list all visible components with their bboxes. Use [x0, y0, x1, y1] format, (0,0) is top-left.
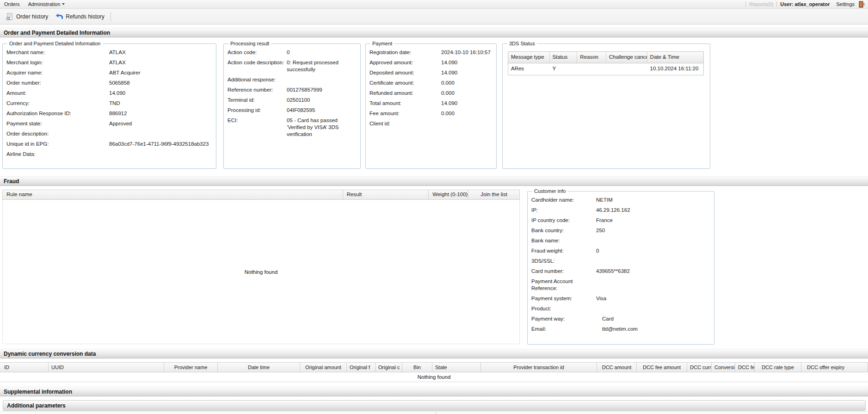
field-value: 0: Request processed successfully — [287, 59, 357, 73]
field-label: Currency: — [6, 100, 109, 107]
field-row: Additional response: — [228, 76, 357, 83]
field-value: Card — [596, 315, 710, 322]
field-value: 02501100 — [287, 97, 357, 104]
field-label: Certificate amount: — [369, 80, 441, 87]
menu-bar: Orders Administration Reports(0) User: a… — [0, 0, 868, 9]
supplemental-section-title: Supplemental information — [4, 389, 72, 395]
dcc-table: ID UUID Provider name Date time Original… — [0, 362, 868, 382]
dcc-column-header[interactable]: ID — [0, 363, 49, 372]
field-value: 14.090 — [109, 90, 212, 97]
order-history-button[interactable]: LE Order history — [2, 11, 52, 22]
additional-parameters-table-partial — [0, 411, 868, 414]
dcc-column-header[interactable]: Bin — [402, 363, 432, 372]
fraud-column-header[interactable]: Join the list — [468, 190, 519, 199]
field-row: Bank country: 250 — [531, 227, 710, 234]
refunds-history-button[interactable]: Refunds history — [52, 11, 108, 22]
field-label: Bank name: — [531, 237, 596, 244]
order-info-fieldset: Order and Payment Detailed Information M… — [2, 41, 216, 169]
tds-status-row[interactable]: ARes Y 10.10.2024 16:11:20 — [508, 63, 703, 75]
tds-status-header-row: Message type Status Reason Challenge can… — [508, 52, 703, 63]
fraud-column-header[interactable]: Rule name — [3, 190, 343, 199]
additional-parameters-bar: Additional parameters — [3, 400, 866, 411]
dcc-column-header[interactable]: Conversi — [712, 363, 735, 372]
field-row: ECI: 05 - Card has passed ‘Verified by V… — [228, 117, 357, 138]
dcc-column-header[interactable]: Original amount — [300, 363, 347, 372]
field-label: Authorization Response ID: — [6, 110, 109, 117]
field-value: 14.090 — [441, 59, 492, 66]
order-history-label: Order history — [16, 13, 48, 20]
tds-status-column-header[interactable]: Status — [550, 52, 578, 63]
menu-separator — [745, 1, 746, 7]
field-value: 886912 — [109, 110, 212, 117]
customer-info-fieldset: Customer info Cardholder name: NETIM IP:… — [527, 188, 714, 345]
field-row: Merchant name: ATLAX — [6, 49, 212, 56]
fraud-column-header[interactable]: Weight (0-100) — [429, 190, 468, 199]
reports-menu-label[interactable]: Reports(0) — [749, 1, 773, 7]
field-label: ECI: — [228, 117, 287, 124]
field-label: Payment system: — [531, 295, 596, 302]
dcc-column-header[interactable]: UUID — [49, 363, 164, 372]
field-row: Acquirer name: ABT Acquirer — [6, 69, 212, 76]
dcc-column-header[interactable]: State — [432, 363, 481, 372]
logout-icon[interactable] — [858, 1, 865, 8]
dcc-column-header[interactable]: Provider transaction id — [481, 363, 597, 372]
menu-item-orders[interactable]: Orders — [0, 0, 24, 8]
field-row: Payment Account Reference: — [531, 278, 710, 292]
order-info-fields: Merchant name: ATLAX Merchant login: ATL… — [6, 49, 212, 158]
field-row: Fraud weight: 0 — [531, 247, 710, 254]
menu-item-administration[interactable]: Administration — [24, 0, 69, 8]
field-value: 0.000 — [441, 80, 492, 87]
customer-info-fields: Cardholder name: NETIM IP: 46.29.126.162… — [531, 197, 710, 333]
tds-status-column-header[interactable]: Message type — [508, 52, 550, 63]
payment-fields: Registration date: 2024-10-10 16:10:57 A… — [369, 49, 492, 127]
field-value: 0 — [287, 49, 357, 56]
svg-text:LE: LE — [7, 18, 10, 20]
dcc-column-header[interactable]: DCC offer expiry — [801, 363, 868, 372]
tds-status-column-header[interactable]: Challenge cancel — [606, 52, 647, 63]
field-row: Fee amount: 0.000 — [369, 110, 492, 117]
field-row: Deposited amount: 14.090 — [369, 69, 492, 76]
field-row: Currency: TND — [6, 100, 212, 107]
dcc-section-bar: Dynamic currency conversion data — [0, 349, 868, 358]
menu-item-settings[interactable]: Settings — [836, 1, 855, 7]
field-row: Payment system: Visa — [531, 295, 710, 302]
dcc-column-header[interactable]: DCC curr — [687, 363, 712, 372]
field-label: Acquirer name: — [6, 69, 109, 76]
tds-status-column-header[interactable]: Reason — [577, 52, 606, 63]
tds-cell-reason — [577, 63, 606, 75]
dcc-column-header[interactable]: DCC fee — [735, 363, 755, 372]
field-value: 0 — [596, 247, 710, 254]
menu-bar-right: Reports(0) User: atlax_operator Settings — [742, 0, 868, 8]
field-label: Merchant name: — [6, 49, 109, 56]
order-info-legend: Order and Payment Detailed Information — [7, 41, 103, 46]
dcc-column-header[interactable]: DCC rate type — [755, 363, 801, 372]
document-list-icon: LE — [6, 13, 13, 20]
dcc-column-header[interactable]: DCC amount — [597, 363, 637, 372]
payment-fieldset: Payment Registration date: 2024-10-10 16… — [365, 41, 497, 169]
field-value: 2024-10-10 16:10:57 — [441, 49, 492, 56]
field-row: Card number: 439655**6382 — [531, 268, 710, 275]
dcc-column-header[interactable]: Original c — [376, 363, 402, 372]
field-value: 05 - Card has passed ‘Verified by VISA’ … — [287, 117, 357, 138]
field-label: 3DS/SSL: — [531, 258, 596, 265]
field-row: Action code: 0 — [228, 49, 357, 56]
customer-info-legend: Customer info — [532, 188, 567, 194]
field-row: Product: — [531, 305, 710, 312]
field-label: Payment state: — [6, 120, 109, 127]
dcc-column-header[interactable]: DCC fee amount — [637, 363, 687, 372]
field-value: NETIM — [596, 197, 710, 204]
refunds-history-label: Refunds history — [66, 13, 104, 20]
tds-status-column-header[interactable]: Date & Time — [647, 52, 703, 63]
dcc-column-header[interactable]: Original f — [347, 363, 376, 372]
field-label: Deposited amount: — [369, 69, 441, 76]
fraud-column-header[interactable]: Result — [343, 190, 429, 199]
field-label: Fee amount: — [369, 110, 441, 117]
field-value: 46.29.126.162 — [596, 207, 710, 214]
dcc-column-header[interactable]: Date time — [218, 363, 300, 372]
field-label: IP country code: — [531, 217, 596, 224]
field-label: Order description: — [6, 130, 109, 137]
field-label: Cardholder name: — [531, 197, 596, 204]
field-value: 14.090 — [441, 69, 492, 76]
field-value: 0.000 — [441, 90, 492, 97]
dcc-column-header[interactable]: Provider name — [164, 363, 218, 372]
